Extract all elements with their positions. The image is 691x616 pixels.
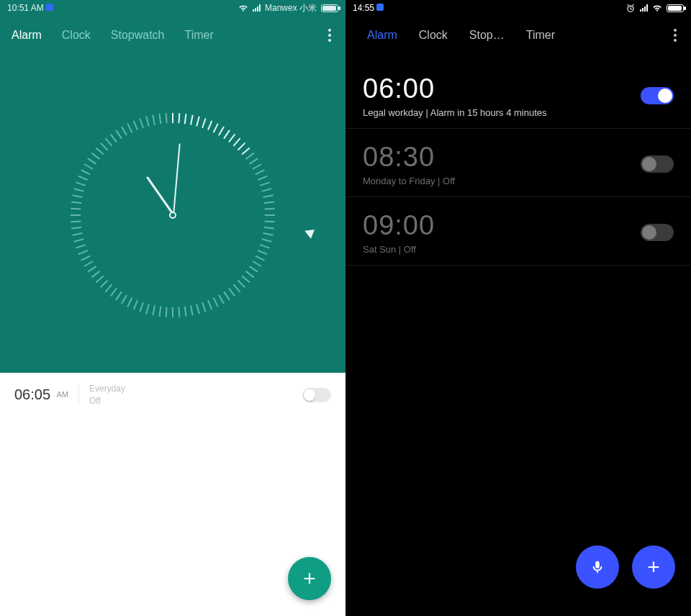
tab-alarm[interactable]: Alarm [12,29,42,42]
alarm-row[interactable]: 06:05 AM Everyday Off [0,373,346,417]
tab-stopwatch[interactable]: Stopwatch [111,29,165,42]
alarm-row[interactable]: 09:00 Sat Sun | Off [346,197,691,266]
alarm-toggle[interactable] [641,224,674,241]
alarm-toggle[interactable] [302,388,331,402]
alarm-sub: Sat Sun | Off [363,244,631,255]
alarm-row[interactable]: 08:30 Monday to Friday | Off [346,129,691,197]
wifi-icon [652,4,662,12]
add-alarm-button[interactable]: + [632,545,675,589]
tab-timer[interactable]: Timer [526,29,555,42]
alarm-list: 06:00 Legal workday | Alarm in 15 hours … [346,58,691,266]
status-carrier: Manwex 小米 [265,2,317,14]
tab-clock[interactable]: Clock [62,29,91,42]
battery-icon [321,4,338,12]
voice-button[interactable] [576,545,619,589]
wifi-icon [238,4,248,12]
status-bar: 14:55 [346,0,691,16]
add-alarm-button[interactable]: + [288,557,331,600]
alarm-sub: Monday to Friday | Off [363,176,631,186]
notification-icon [46,4,53,11]
dial-marker-icon [304,225,317,238]
alarm-toggle[interactable] [641,87,674,104]
status-time: 10:51 AM [7,3,44,13]
tab-bar: Alarm Clock Stopwatch Timer [0,16,346,58]
mic-icon [590,559,605,575]
clock-dial[interactable] [0,58,346,373]
tab-timer[interactable]: Timer [185,29,214,42]
tab-bar: Alarm Clock Stop… Timer [346,16,691,58]
status-bar: 10:51 AM Manwex 小米 [0,0,346,16]
tab-stopwatch[interactable]: Stop… [469,29,505,42]
overflow-menu-icon[interactable] [671,26,679,45]
clock-pivot [169,212,176,219]
alarm-time: 06:05 [14,386,50,402]
alarm-meta: Everyday Off [89,383,125,407]
signal-icon [640,4,648,12]
alarm-ampm: AM [57,390,69,399]
phone-dark: 14:55 Alarm Clock Stop… Timer 06:00 Lega… [346,0,691,616]
alarm-row[interactable]: 06:00 Legal workday | Alarm in 15 hours … [346,60,691,129]
alarm-time: 08:30 [363,142,631,173]
status-time: 14:55 [353,3,374,13]
alarm-sub: Legal workday | Alarm in 15 hours 4 minu… [363,107,631,118]
alarm-status-icon [625,3,636,13]
overflow-menu-icon[interactable] [325,26,334,45]
alarm-toggle[interactable] [641,155,674,173]
signal-icon [253,4,261,12]
phone-light: 10:51 AM Manwex 小米 Alarm Clock Stopwatch… [0,0,346,616]
tab-clock[interactable]: Clock [419,29,448,42]
empty-area: + [0,417,346,616]
battery-icon [667,4,684,12]
alarm-time: 09:00 [363,210,631,241]
notification-icon [376,4,384,11]
tab-alarm[interactable]: Alarm [367,29,397,42]
alarm-time: 06:00 [363,73,631,104]
